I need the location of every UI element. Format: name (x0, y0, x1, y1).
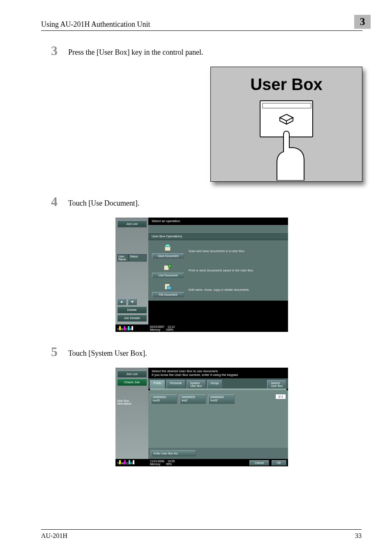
toner-indicator: Y M C K (117, 325, 150, 331)
job-table-header: User Name Status (117, 254, 147, 262)
chapter-number: 3 (354, 15, 371, 29)
toner-y: Y (117, 326, 121, 331)
footer-date-time: 02/22/2007 13:12 Memory 100% (150, 325, 175, 331)
svg-rect-5 (167, 286, 171, 290)
section-header: User Box Operations (148, 232, 288, 240)
tab-row: Public Personal System User Box Group Se… (148, 378, 288, 389)
page-indicator: 1/ 1 (276, 394, 286, 399)
panel-footer: Y M C K 11/21/2006 19:05 Memory 99% Canc… (115, 459, 288, 466)
main-area: Select an operation. User Box Operations… (148, 218, 288, 324)
footer-page-number: 33 (355, 532, 362, 540)
step-3: 3 Press the [User Box] key in the contro… (41, 43, 362, 58)
header-title: Using AU-201H Authentication Unit (41, 20, 150, 29)
op-save-row: Save Document Scan and save documents in… (152, 243, 285, 259)
toner-y: Y (117, 460, 121, 465)
box-icon (278, 114, 295, 126)
save-document-button[interactable]: Save Document (152, 253, 184, 259)
figure-user-box-key: User Box (41, 67, 362, 182)
tab-group[interactable]: Group (207, 380, 222, 389)
tab-public[interactable]: Public (150, 380, 165, 389)
ok-button[interactable]: OK (272, 460, 286, 466)
op-text: Scan and save documents in a User Box. (189, 249, 245, 253)
svg-rect-1 (166, 244, 170, 247)
user-box-grid: 000000001box01 000000003test2 000000004b… (148, 390, 288, 448)
op-text: Print or send documents saved in the Use… (189, 269, 254, 272)
user-box-item[interactable]: 000000003test2 (180, 394, 206, 404)
page-header: Using AU-201H Authentication Unit 3 (41, 15, 362, 31)
screenshot-use-document: Job List User Name Status Delete Job Det… (115, 218, 288, 332)
enter-user-box-no-field[interactable]: Enter User Box No. (151, 450, 196, 456)
check-job-button[interactable]: Check Job (117, 379, 147, 386)
footer-date-time: 11/21/2006 19:05 Memory 99% (150, 460, 175, 466)
col-user-name: User Name (117, 254, 129, 262)
use-document-button[interactable]: Use Document (152, 273, 184, 278)
step-number: 4 (41, 194, 68, 209)
hand-icon (272, 127, 309, 181)
tab-personal[interactable]: Personal (166, 380, 185, 389)
scroll-down-button[interactable] (128, 299, 137, 305)
step-number: 5 (41, 344, 68, 359)
svg-point-3 (168, 264, 171, 268)
op-file-row: File Document Edit name, move, copy or d… (152, 282, 285, 297)
toner-m: M (121, 460, 126, 465)
use-document-icon (164, 263, 173, 272)
toner-k: K (131, 460, 134, 465)
instruction-bar: Select an operation. (148, 218, 288, 225)
job-details-button[interactable]: Job Details (117, 315, 147, 322)
user-box-key-panel: User Box (210, 67, 362, 182)
step-text: Touch [System User Box]. (68, 344, 147, 358)
user-box-label: User Box (250, 75, 323, 94)
tab-system-user-box[interactable]: System User Box (187, 380, 206, 389)
toner-m: M (121, 326, 125, 331)
delete-button[interactable]: Delete (117, 306, 147, 313)
instruction-bar: Select the desired User Box to use docum… (148, 368, 288, 378)
step-text: Press the [User Box] key in the control … (68, 43, 203, 57)
toner-c: C (126, 460, 130, 465)
file-document-icon (164, 282, 173, 291)
screenshot-system-user-box: Job List Check Job User Box Information … (115, 368, 288, 466)
step-4: 4 Touch [Use Document]. (41, 194, 362, 209)
side-panel: Job List Check Job User Box Information (115, 368, 148, 459)
job-list-button[interactable]: Job List (117, 220, 147, 227)
file-document-button[interactable]: File Document (152, 292, 184, 297)
tab-search-user-box[interactable]: Search User Box (267, 380, 286, 389)
col-status: Status (129, 254, 147, 262)
cancel-button[interactable]: Cancel (249, 460, 269, 466)
step-number: 3 (41, 43, 68, 58)
page-footer: AU-201H 33 (41, 529, 362, 540)
side-panel: Job List User Name Status Delete Job Det… (115, 218, 148, 324)
toner-c: C (126, 326, 129, 331)
toner-indicator: Y M C K (117, 460, 150, 465)
step-text: Touch [Use Document]. (68, 194, 139, 208)
save-document-icon (164, 243, 173, 253)
key-slot (262, 103, 311, 109)
op-use-row: Use Document Print or send documents sav… (152, 263, 285, 278)
panel-footer: Y M C K 02/22/2007 13:12 Memory 100% (115, 324, 288, 332)
chevron-down-icon (131, 300, 134, 303)
toner-k: K (130, 326, 134, 331)
job-list-button[interactable]: Job List (117, 371, 147, 378)
user-box-item[interactable]: 000000001box01 (151, 394, 177, 404)
scroll-up-button[interactable] (117, 299, 126, 305)
main-area: Select the desired User Box to use docum… (148, 368, 288, 459)
chevron-up-icon (120, 300, 123, 303)
op-text: Edit name, move, copy or delete document… (189, 288, 249, 292)
user-box-info-label: User Box Information (117, 399, 147, 405)
footer-model: AU-201H (41, 532, 67, 540)
step-5: 5 Touch [System User Box]. (41, 344, 362, 359)
user-box-item[interactable]: 000000004box02 (208, 394, 235, 404)
user-box-graphic (256, 100, 317, 178)
operations-area: Save Document Scan and save documents in… (148, 240, 288, 301)
